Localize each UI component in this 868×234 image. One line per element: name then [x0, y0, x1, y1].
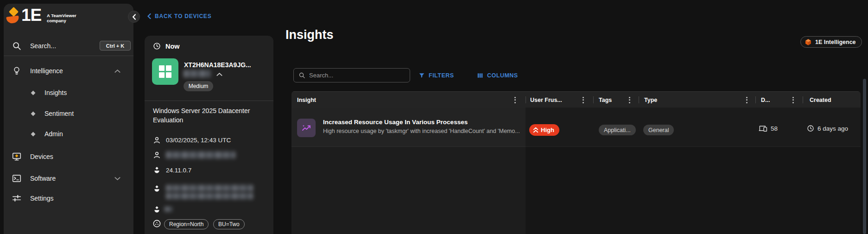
column-menu-icon[interactable]	[625, 95, 634, 104]
now-label: Now	[165, 43, 180, 50]
column-header-type[interactable]: Type	[644, 92, 657, 108]
column-header-user-frustration[interactable]: User Frus...	[530, 92, 562, 108]
windows-logo-icon	[159, 65, 171, 78]
device-summary-panel: Now XT2H6NA18E3A9JG... Medium Windows Se…	[145, 36, 273, 234]
insight-tag: General	[643, 125, 674, 135]
filters-button-label: FILTERS	[429, 72, 454, 79]
1e-logo-icon	[6, 8, 22, 27]
column-separator	[803, 96, 803, 103]
logo-tagline: A TeamViewer company	[47, 13, 84, 23]
sidebar-item-label: Settings	[30, 195, 54, 202]
column-header-devices[interactable]: D...	[761, 92, 770, 108]
sidebar-collapse-button[interactable]	[128, 11, 140, 23]
user-icon	[152, 136, 161, 145]
collapse-card-button[interactable]	[214, 69, 224, 79]
monitor-icon	[12, 152, 22, 162]
sidebar-item-label: Sentiment	[44, 110, 74, 117]
table-row[interactable]	[291, 108, 526, 147]
diamond-bullet-icon	[31, 111, 36, 116]
terminal-icon	[12, 173, 22, 183]
sidebar-item-intelligence[interactable]: Intelligence	[4, 64, 133, 78]
chevron-up-icon	[216, 72, 222, 76]
chevron-up-icon	[114, 69, 120, 73]
back-link-label: BACK TO DEVICES	[155, 13, 211, 19]
client-version-icon	[152, 166, 161, 175]
panel-divider	[145, 101, 273, 101]
client-version-icon	[152, 184, 161, 193]
table-search-input[interactable]	[309, 72, 397, 79]
severity-badge-high: High	[529, 124, 559, 136]
column-separator	[639, 96, 639, 103]
sidebar-item-software[interactable]: Software	[4, 171, 133, 185]
sidebar-item-label: Intelligence	[30, 67, 63, 75]
redacted-text	[165, 207, 172, 212]
sidebar-item-sentiment[interactable]: Sentiment	[4, 107, 133, 120]
search-icon	[298, 72, 305, 79]
client-version-icon	[152, 205, 161, 214]
device-name: XT2H6NA18E3A9JG...	[184, 61, 251, 69]
sidebar-item-admin[interactable]: Admin	[4, 127, 133, 141]
sidebar-item-settings[interactable]: Settings	[4, 191, 133, 205]
devices-icon	[759, 125, 767, 132]
severity-label: High	[541, 126, 554, 133]
keyboard-shortcut-badge: Ctrl + K	[100, 41, 131, 51]
redacted-text	[166, 193, 253, 199]
clock-icon	[807, 125, 814, 132]
sidebar-search-label: Search...	[30, 42, 56, 50]
redacted-text	[184, 70, 210, 77]
page-title: Insights	[285, 28, 334, 42]
chevron-left-icon	[147, 13, 151, 19]
filter-funnel-icon	[418, 72, 425, 79]
intelligence-badge[interactable]: 1E Intelligence	[800, 36, 862, 48]
column-menu-icon[interactable]	[742, 95, 751, 104]
column-header-created[interactable]: Created	[810, 92, 831, 108]
insight-type-icon	[297, 119, 316, 137]
now-section-header: Now	[153, 42, 180, 50]
sidebar-divider	[4, 56, 133, 56]
column-header-insight[interactable]: Insight	[297, 92, 316, 108]
column-header-tags[interactable]: Tags	[599, 92, 612, 108]
columns-button[interactable]: COLUMNS	[477, 70, 518, 81]
double-chevron-up-icon	[533, 127, 539, 133]
column-separator	[593, 96, 594, 103]
sidebar-item-label: Admin	[44, 130, 63, 138]
chevron-down-icon	[114, 177, 120, 181]
column-separator	[755, 96, 756, 103]
last-seen-value: 03/02/2025, 12:43 UTC	[166, 137, 231, 144]
filters-button[interactable]: FILTERS	[418, 70, 454, 81]
lightbulb-icon	[12, 66, 22, 76]
insight-tag: Applicati...	[599, 125, 636, 135]
column-menu-icon[interactable]	[789, 95, 797, 104]
table-body: Increased Resource Usage In Various Proc…	[291, 108, 861, 234]
devices-count-value: 58	[771, 125, 778, 132]
column-menu-icon[interactable]	[579, 95, 587, 104]
vertical-scrollbar[interactable]	[863, 79, 866, 234]
sliders-icon	[12, 193, 22, 203]
device-tag: Region=North	[164, 219, 209, 229]
devices-count-cell: 58	[759, 125, 778, 132]
table-search	[293, 68, 410, 82]
sidebar-item-devices[interactable]: Devices	[4, 150, 133, 164]
column-separator	[526, 96, 526, 103]
client-version-value: 24.11.0.7	[166, 167, 191, 174]
columns-icon	[477, 72, 483, 79]
columns-button-label: COLUMNS	[487, 72, 518, 79]
column-menu-icon[interactable]	[511, 95, 519, 104]
created-value: 6 days ago	[817, 125, 848, 132]
back-to-devices-link[interactable]: BACK TO DEVICES	[147, 13, 211, 19]
insight-title[interactable]: Increased Resource Usage In Various Proc…	[323, 119, 468, 126]
tags-icon	[152, 219, 161, 228]
redacted-text	[166, 185, 253, 191]
sidebar-item-insights[interactable]: Insights	[4, 86, 133, 100]
user-icon	[152, 151, 161, 159]
table-header-row: Insight User Frus... Tags Type D... Crea…	[291, 91, 861, 108]
diamond-bullet-icon	[31, 132, 36, 136]
sidebar-item-label: Devices	[30, 153, 53, 160]
sidebar-item-label: Software	[30, 175, 56, 182]
logo-text: 1E	[21, 6, 41, 25]
severity-badge-medium: Medium	[184, 81, 213, 91]
clock-icon	[153, 42, 161, 50]
logo-arc-shape	[6, 15, 19, 24]
chevron-left-icon	[132, 14, 136, 20]
device-tag: BU=Two	[213, 219, 245, 229]
